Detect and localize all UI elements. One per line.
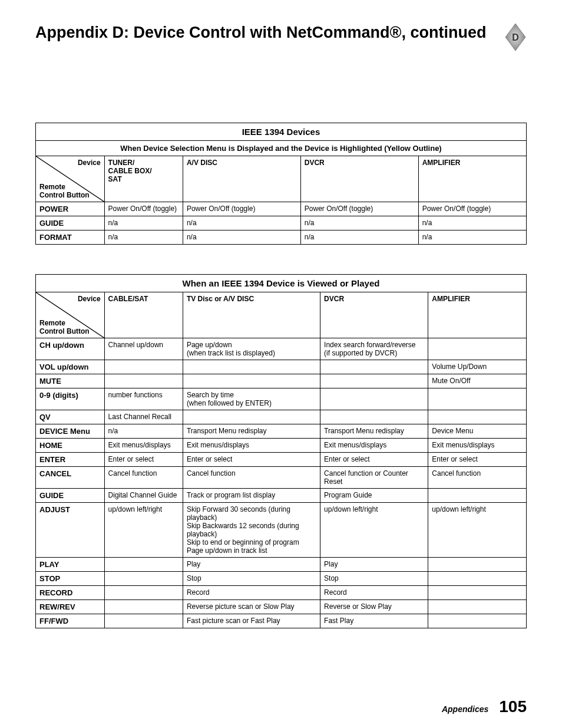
svg-text:D: D — [512, 32, 519, 42]
table-row: RECORDRecordRecord — [36, 586, 527, 600]
table-ieee-devices-selection: IEEE 1394 Devices When Device Selection … — [35, 123, 527, 245]
table-cell: n/a — [418, 230, 526, 245]
table-cell: Enter or select — [104, 453, 183, 467]
table-cell: Play — [320, 558, 428, 572]
table-cell: n/a — [418, 216, 526, 230]
table-cell: Exit menus/displays — [183, 439, 320, 453]
table-cell: Search by time (when followed by ENTER) — [183, 388, 320, 410]
row-label: STOP — [36, 572, 105, 586]
table-cell: Power On/Off (toggle) — [300, 202, 418, 216]
table-cell: up/down left/right — [428, 503, 527, 558]
table-cell: Reverse or Slow Play — [320, 600, 428, 614]
table-cell: Power On/Off (toggle) — [104, 202, 183, 216]
appendix-badge-icon: D — [504, 22, 527, 52]
table-cell: Transport Menu redisplay — [320, 424, 428, 439]
table-cell: Volume Up/Down — [428, 360, 527, 374]
row-label: POWER — [36, 202, 105, 216]
table-cell: n/a — [183, 230, 300, 245]
row-label: PLAY — [36, 558, 105, 572]
table-cell — [428, 558, 527, 572]
table-cell — [104, 374, 183, 388]
table-cell: Cancel function or Counter Reset — [320, 467, 428, 489]
table-cell: Program Guide — [320, 489, 428, 503]
table-cell: Page up/down (when track list is display… — [183, 338, 320, 360]
table-cell: Index search forward/reverse (if support… — [320, 338, 428, 360]
table-ieee-devices-viewed: When an IEEE 1394 Device is Viewed or Pl… — [35, 274, 527, 628]
table-cell — [183, 374, 320, 388]
table1-title: IEEE 1394 Devices — [36, 123, 527, 141]
table-cell: Exit menus/displays — [320, 439, 428, 453]
page-header: Appendix D: Device Control with NetComma… — [35, 24, 527, 52]
table-cell: Reverse picture scan or Slow Play — [183, 600, 320, 614]
table-cell: n/a — [104, 424, 183, 439]
table2-diagonal-header: Device Remote Control Button — [36, 292, 105, 338]
table-cell — [428, 586, 527, 600]
table-cell: Enter or select — [320, 453, 428, 467]
table-cell: Digital Channel Guide — [104, 489, 183, 503]
row-label: GUIDE — [36, 489, 105, 503]
table-cell — [183, 410, 320, 424]
table-cell: Stop — [183, 572, 320, 586]
table-cell — [320, 374, 428, 388]
table-cell — [428, 388, 527, 410]
row-label: CH up/down — [36, 338, 105, 360]
table-cell: Mute On/Off — [428, 374, 527, 388]
table-cell: Cancel function — [428, 467, 527, 489]
table-cell: number functions — [104, 388, 183, 410]
row-label: QV — [36, 410, 105, 424]
footer-page-number: 105 — [499, 697, 527, 716]
table-row: REW/REVReverse picture scan or Slow Play… — [36, 600, 527, 614]
table-row: VOL up/downVolume Up/Down — [36, 360, 527, 374]
table-cell: n/a — [300, 230, 418, 245]
table-cell: n/a — [300, 216, 418, 230]
row-label: DEVICE Menu — [36, 424, 105, 439]
table-row: PLAYPlayPlay — [36, 558, 527, 572]
table-cell: Record — [320, 586, 428, 600]
row-label: GUIDE — [36, 216, 105, 230]
table-cell: n/a — [104, 216, 183, 230]
table-cell — [320, 360, 428, 374]
table-row: CH up/downChannel up/downPage up/down (w… — [36, 338, 527, 360]
table-cell — [104, 614, 183, 628]
table2-title: When an IEEE 1394 Device is Viewed or Pl… — [36, 275, 527, 292]
table1-col-header: DVCR — [300, 156, 418, 202]
table-cell: up/down left/right — [320, 503, 428, 558]
table-row: QVLast Channel Recall — [36, 410, 527, 424]
table-cell — [428, 600, 527, 614]
table-cell: Exit menus/displays — [428, 439, 527, 453]
table2-col-header: DVCR — [320, 292, 428, 338]
table-cell: Fast Play — [320, 614, 428, 628]
table-cell: Enter or select — [183, 453, 320, 467]
table1-col-header: TUNER/ CABLE BOX/ SAT — [104, 156, 183, 202]
table-row: MUTEMute On/Off — [36, 374, 527, 388]
row-label: 0-9 (digits) — [36, 388, 105, 410]
table-row: GUIDEDigital Channel GuideTrack or progr… — [36, 489, 527, 503]
table-cell: Transport Menu redisplay — [183, 424, 320, 439]
table-cell — [104, 600, 183, 614]
table-cell: Skip Forward 30 seconds (during playback… — [183, 503, 320, 558]
table-cell: n/a — [183, 216, 300, 230]
page-title: Appendix D: Device Control with NetComma… — [35, 24, 486, 42]
footer-section-label: Appendices — [442, 704, 488, 714]
table1-subtitle: When Device Selection Menu is Displayed … — [36, 141, 527, 156]
table-cell — [104, 360, 183, 374]
table-cell — [428, 489, 527, 503]
table-cell: up/down left/right — [104, 503, 183, 558]
table-cell — [320, 410, 428, 424]
table1-col-header: AMPLIFIER — [418, 156, 526, 202]
table-row: STOPStopStop — [36, 572, 527, 586]
row-label: RECORD — [36, 586, 105, 600]
table-cell — [104, 572, 183, 586]
table-cell: Record — [183, 586, 320, 600]
page-footer: Appendices 105 — [442, 697, 527, 716]
table-row: HOMEExit menus/displaysExit menus/displa… — [36, 439, 527, 453]
table-row: 0-9 (digits)number functionsSearch by ti… — [36, 388, 527, 410]
table-cell — [428, 572, 527, 586]
row-label: ENTER — [36, 453, 105, 467]
table-cell — [428, 614, 527, 628]
row-label: FORMAT — [36, 230, 105, 245]
table-cell — [104, 586, 183, 600]
table-cell — [320, 388, 428, 410]
table-cell: Track or program list display — [183, 489, 320, 503]
table2-col-header: CABLE/SAT — [104, 292, 183, 338]
